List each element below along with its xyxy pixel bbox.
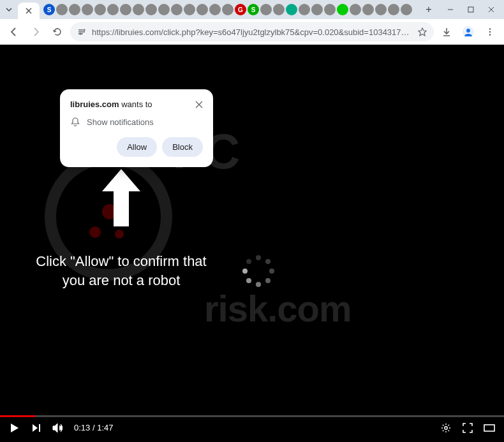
- notification-body: Show notifications: [87, 117, 154, 127]
- settings-icon[interactable]: [440, 422, 452, 434]
- notification-title: libruies.com wants to: [70, 99, 152, 109]
- tab-favicon[interactable]: [133, 4, 144, 15]
- maximize-button[interactable]: [461, 0, 481, 19]
- site-settings-icon[interactable]: [77, 27, 87, 37]
- tab-favicon[interactable]: [196, 4, 208, 15]
- tab-search-button[interactable]: [3, 3, 15, 17]
- bell-icon: [70, 117, 80, 127]
- tab-favicon[interactable]: [56, 4, 68, 15]
- tab-favicon[interactable]: [324, 4, 336, 15]
- tab-favicon[interactable]: [286, 4, 297, 15]
- bookmark-icon[interactable]: [417, 27, 427, 37]
- tab-favicon[interactable]: G: [235, 4, 246, 15]
- svg-point-8: [445, 426, 447, 429]
- tab-favicon[interactable]: [171, 4, 182, 15]
- svg-rect-9: [484, 425, 494, 431]
- browser-toolbar: https://libruies.com/click.php?key=s6o47…: [0, 19, 504, 45]
- address-bar[interactable]: https://libruies.com/click.php?key=s6o47…: [70, 22, 434, 41]
- block-button[interactable]: Block: [162, 137, 203, 157]
- tab-favicon[interactable]: [273, 4, 285, 15]
- forward-button[interactable]: [27, 23, 45, 41]
- svg-point-5: [489, 28, 491, 30]
- minimize-button[interactable]: [440, 0, 461, 19]
- downloads-button[interactable]: [438, 23, 456, 41]
- theater-mode-button[interactable]: [484, 422, 495, 434]
- page-content: PC risk.com libruies.com wants to Show n…: [0, 45, 504, 442]
- tab-strip: S G S +: [0, 0, 504, 19]
- tab-favicon[interactable]: [375, 4, 387, 15]
- tab-favicon[interactable]: [107, 4, 119, 15]
- tab-favicon[interactable]: S: [43, 4, 55, 15]
- tab-favicon[interactable]: [145, 4, 157, 15]
- notification-permission-popup: libruies.com wants to Show notifications…: [60, 89, 213, 167]
- loading-spinner-icon: [242, 255, 274, 287]
- close-icon[interactable]: [26, 8, 32, 14]
- tab-favicon[interactable]: [337, 4, 348, 15]
- svg-point-7: [489, 34, 491, 36]
- tab-favicon[interactable]: [388, 4, 399, 15]
- tab-favicon[interactable]: [209, 4, 221, 15]
- scam-prompt-text: Click "Allow" to confirm that you are no…: [32, 252, 211, 290]
- svg-point-2: [80, 33, 82, 35]
- next-button[interactable]: [31, 422, 42, 434]
- allow-button[interactable]: Allow: [117, 137, 157, 157]
- video-progress[interactable]: [0, 415, 504, 417]
- menu-button[interactable]: [481, 23, 499, 41]
- tab-favicon[interactable]: [401, 4, 412, 15]
- arrow-up-icon: [96, 163, 147, 226]
- background-tabs: S G S: [43, 4, 417, 15]
- new-tab-button[interactable]: +: [421, 2, 436, 17]
- back-button[interactable]: [5, 23, 23, 41]
- tab-favicon[interactable]: [299, 4, 310, 15]
- fullscreen-button[interactable]: [462, 422, 473, 434]
- tab-favicon[interactable]: S: [248, 4, 259, 15]
- tab-favicon[interactable]: [82, 4, 93, 15]
- close-window-button[interactable]: [481, 0, 501, 19]
- tab-favicon[interactable]: [222, 4, 233, 15]
- svg-point-6: [489, 31, 491, 33]
- video-time: 0:13 / 1:47: [74, 423, 113, 432]
- tab-favicon[interactable]: [260, 4, 272, 15]
- svg-point-1: [84, 29, 85, 31]
- tab-favicon[interactable]: [69, 4, 80, 15]
- tab-favicon[interactable]: [362, 4, 374, 15]
- play-button[interactable]: [9, 422, 20, 434]
- tab-favicon[interactable]: [311, 4, 323, 15]
- tab-favicon[interactable]: [120, 4, 131, 15]
- tab-favicon[interactable]: [94, 4, 106, 15]
- reload-button[interactable]: [48, 23, 66, 41]
- active-tab[interactable]: [18, 3, 40, 19]
- close-icon[interactable]: [195, 101, 203, 108]
- tab-favicon[interactable]: [350, 4, 361, 15]
- tab-favicon[interactable]: [158, 4, 170, 15]
- watermark-subtext: risk.com: [204, 287, 352, 330]
- svg-rect-0: [468, 7, 473, 12]
- url-text: https://libruies.com/click.php?key=s6o47…: [92, 27, 412, 37]
- profile-button[interactable]: [459, 23, 477, 41]
- svg-point-4: [466, 29, 470, 33]
- volume-button[interactable]: [52, 422, 64, 434]
- tab-favicon[interactable]: [184, 4, 195, 15]
- video-controls-bar: 0:13 / 1:47: [0, 415, 504, 442]
